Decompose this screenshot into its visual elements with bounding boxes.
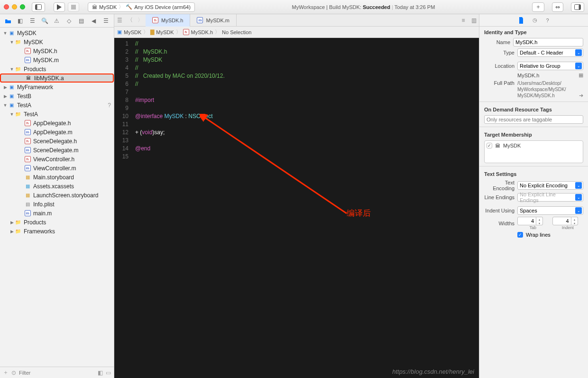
- name-input[interactable]: [513, 38, 583, 46]
- editor-tab[interactable]: hMySDK.h: [146, 14, 190, 27]
- toggle-inspector-button[interactable]: [571, 2, 584, 12]
- test-navigator-tab[interactable]: ◇: [65, 17, 73, 25]
- project-navigator-tab[interactable]: [4, 17, 12, 25]
- te-label: Text Encoding: [484, 180, 514, 191]
- annotation-label: 编译后: [347, 208, 371, 219]
- tree-row[interactable]: ▦Assets.xcassets: [0, 182, 114, 191]
- tree-label: TestA: [17, 102, 31, 109]
- jumpbar-seg-2[interactable]: MySDK.h: [191, 29, 213, 35]
- file-inspector-tab[interactable]: [518, 17, 524, 24]
- tree-label: SceneDelegate.m: [33, 147, 78, 154]
- folder-icon: ▇: [150, 29, 154, 35]
- assistant-adjust-icon[interactable]: ▥: [469, 17, 479, 24]
- symbol-navigator-tab[interactable]: ☰: [28, 17, 36, 25]
- tree-label: TestA: [24, 111, 38, 118]
- filter-scope-icon[interactable]: ⊙: [11, 369, 16, 376]
- tree-row[interactable]: ▤Info.plist: [0, 200, 114, 209]
- status-prefix: MyWorkspace | Build MySDK:: [292, 4, 363, 10]
- minimize-window-icon[interactable]: [12, 4, 17, 9]
- scheme-selector[interactable]: 🏛 MySDK 〉 🔨 Any iOS Device (arm64): [88, 2, 195, 12]
- location-folder-icon[interactable]: ▦: [579, 72, 583, 78]
- report-navigator-tab[interactable]: ☰: [102, 17, 110, 25]
- tree-row[interactable]: mmain.m: [0, 209, 114, 218]
- tab-width-stepper[interactable]: ▴▾: [517, 217, 549, 225]
- tree-row[interactable]: ▶▣MyFramework: [0, 83, 114, 92]
- tree-row[interactable]: ▦LaunchScreen.storyboard: [0, 191, 114, 200]
- tree-row[interactable]: ▶📁Frameworks: [0, 227, 114, 236]
- tree-row[interactable]: ▼▣TestA?: [0, 101, 114, 110]
- jumpbar-seg-3[interactable]: No Selection: [222, 29, 251, 35]
- recent-filter-icon[interactable]: ◧: [98, 369, 103, 376]
- run-button[interactable]: [54, 2, 65, 12]
- tree-row[interactable]: hAppDelegate.h: [0, 119, 114, 128]
- text-encoding-select[interactable]: No Explicit Encoding⌄: [517, 181, 583, 190]
- jumpbar-seg-1[interactable]: MySDK: [156, 29, 174, 35]
- jumpbar-seg-0[interactable]: MySDK: [124, 29, 141, 35]
- breakpoint-navigator-tab[interactable]: ◀: [90, 17, 97, 25]
- tree-label: LaunchScreen.storyboard: [33, 192, 98, 199]
- tree-row[interactable]: mAppDelegate.m: [0, 128, 114, 137]
- tree-row[interactable]: ▼▣MySDK: [0, 28, 114, 37]
- tm-checkbox[interactable]: ✓: [487, 143, 492, 148]
- add-button[interactable]: ＋: [532, 2, 544, 12]
- target-membership-box: ✓ 🏛 MySDK: [484, 140, 583, 163]
- type-label: Type: [484, 50, 514, 55]
- tree-row[interactable]: mMySDK.m: [0, 55, 114, 65]
- history-inspector-tab[interactable]: ◷: [533, 17, 537, 23]
- find-navigator-tab[interactable]: 🔍: [41, 17, 48, 25]
- code-review-button[interactable]: ⇔: [552, 2, 563, 12]
- type-select[interactable]: Default - C Header⌄: [517, 48, 583, 57]
- tree-label: MySDK: [24, 39, 43, 46]
- tree-row[interactable]: mViewController.m: [0, 164, 114, 173]
- close-window-icon[interactable]: [4, 4, 9, 9]
- add-file-icon[interactable]: ＋: [3, 369, 9, 377]
- editor-tab[interactable]: mMySDK.m: [190, 14, 237, 27]
- source-control-navigator-tab[interactable]: ◧: [17, 17, 24, 25]
- debug-navigator-tab[interactable]: ▤: [77, 17, 85, 25]
- reveal-path-icon[interactable]: ➜: [579, 92, 583, 99]
- tree-row[interactable]: hMySDK.h: [0, 46, 114, 55]
- tree-row[interactable]: ▶📁Products: [0, 218, 114, 227]
- tree-row[interactable]: hViewController.h: [0, 155, 114, 164]
- tree-row[interactable]: mSceneDelegate.m: [0, 146, 114, 155]
- code-editor[interactable]: 123456789101112131415 //// MySDK.h// MyS…: [114, 38, 479, 378]
- filter-input[interactable]: [19, 370, 95, 376]
- library-icon: 🏛: [92, 4, 97, 10]
- scm-filter-icon[interactable]: ▭: [106, 369, 111, 376]
- tree-row[interactable]: ▶▣TestB: [0, 92, 114, 101]
- tm-target-label: MySDK: [503, 143, 521, 148]
- wrap-lines-label: Wrap lines: [526, 232, 551, 238]
- wrap-lines-checkbox[interactable]: ✓: [517, 232, 523, 238]
- jump-bar[interactable]: ▣ MySDK〉 ▇ MySDK〉 h MySDK.h〉 No Selectio…: [114, 27, 479, 38]
- stop-button[interactable]: [68, 2, 79, 12]
- tree-row[interactable]: ▼📁TestA: [0, 110, 114, 119]
- tree-row[interactable]: 🏛libMySDK.a: [0, 74, 114, 83]
- related-items-icon[interactable]: ☰: [114, 17, 125, 24]
- tree-label: Frameworks: [24, 228, 55, 235]
- location-select[interactable]: Relative to Group⌄: [517, 62, 583, 70]
- tree-row[interactable]: ▼📁MySDK: [0, 37, 114, 46]
- toggle-navigator-button[interactable]: [32, 2, 45, 12]
- code-content[interactable]: //// MySDK.h// MySDK//// Created by MAC …: [133, 38, 479, 378]
- line-endings-select[interactable]: No Explicit Line Endings⌄: [517, 193, 583, 202]
- svg-rect-5: [579, 4, 581, 9]
- tree-row[interactable]: hSceneDelegate.h: [0, 137, 114, 146]
- inspector-tabs: ◷ ?: [479, 14, 588, 27]
- tm-section-title: Target Membership: [479, 129, 588, 139]
- window-controls[interactable]: [4, 4, 25, 9]
- help-inspector-tab[interactable]: ?: [546, 18, 549, 23]
- indent-width-stepper[interactable]: ▴▾: [552, 217, 584, 225]
- nav-forward-icon[interactable]: 〉: [135, 16, 146, 24]
- tree-row[interactable]: ▦Main.storyboard: [0, 173, 114, 182]
- issue-navigator-tab[interactable]: ⚠: [53, 17, 61, 25]
- hammer-icon: 🔨: [126, 4, 132, 10]
- tree-label: SceneDelegate.h: [33, 138, 77, 145]
- indent-using-select[interactable]: Spaces⌄: [517, 206, 583, 215]
- project-tree[interactable]: ▼▣MySDK▼📁MySDKhMySDK.hmMySDK.m▼📁Products…: [0, 28, 114, 367]
- editor-options-icon[interactable]: ≡: [458, 17, 469, 24]
- nav-back-icon[interactable]: 〈: [125, 16, 135, 24]
- tree-row[interactable]: ▼📁Products: [0, 65, 114, 74]
- zoom-window-icon[interactable]: [20, 4, 25, 9]
- library-icon: 🏛: [495, 143, 500, 148]
- odr-input: [484, 115, 583, 124]
